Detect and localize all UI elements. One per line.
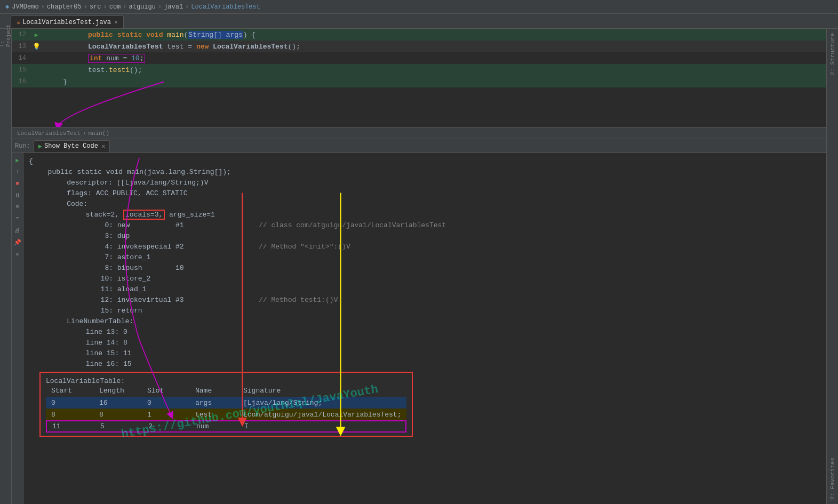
toolbar-pause-icon[interactable]: ⏸ bbox=[13, 190, 22, 200]
bottom-panel: Run: ▶ Show Byte Code ✕ ▶ ↑ ■ ⏸ ≡ = 🖨 bbox=[12, 139, 826, 504]
lvt-test-name: test bbox=[195, 411, 227, 419]
bc-line-lnt-13: line 13: 0 bbox=[29, 327, 821, 338]
toolbar-print-icon[interactable]: 🖨 bbox=[13, 226, 22, 235]
run-tab-label: Show Byte Code bbox=[44, 142, 98, 150]
right-sidebar: 2: Structure 2: Favorites bbox=[826, 29, 838, 504]
lvt-args-sig: [Ljava/lang/String; bbox=[243, 399, 377, 407]
bc-line-stack: stack=2, locals=3, args_size=1 bbox=[29, 210, 821, 220]
lvt-col-length: Length bbox=[99, 387, 131, 395]
lvt-num-name: num bbox=[196, 422, 228, 430]
warning-gutter-icon: 💡 bbox=[33, 43, 41, 51]
lvt-num-slot: 2 bbox=[148, 422, 180, 430]
lvt-args-length: 16 bbox=[99, 399, 131, 407]
toolbar-play-icon[interactable]: ▶ bbox=[13, 155, 22, 165]
editor-nav-class[interactable]: LocalVariablesTest bbox=[17, 130, 81, 137]
bc-line-method-sig: public static void main(java.lang.String… bbox=[29, 167, 821, 178]
sidebar-project-icon[interactable]: 1: Project bbox=[1, 31, 11, 41]
editor-tab-close[interactable]: ✕ bbox=[114, 19, 118, 26]
lvt-num-sig: I bbox=[244, 422, 378, 430]
lvt-args-start: 0 bbox=[51, 399, 83, 407]
lvt-test-length: 8 bbox=[99, 411, 131, 419]
bytecode-content[interactable]: https://github.com/youthlql/JavaYouth { … bbox=[23, 153, 826, 504]
lvt-test-slot: 1 bbox=[147, 411, 179, 419]
toolbar-rerun-icon[interactable]: ≡ bbox=[13, 202, 22, 212]
lvt-args-name: args bbox=[195, 399, 227, 407]
bc-line-8: 8: bipush 10 bbox=[29, 263, 821, 274]
bc-line-12: 12: invokevirtual #3 // Method test1:()V bbox=[29, 295, 821, 306]
breadcrumb-item-src[interactable]: src bbox=[90, 3, 101, 11]
right-tab-favorites[interactable]: 2: Favorites bbox=[828, 453, 837, 504]
breadcrumb-item-java1[interactable]: java1 bbox=[164, 3, 183, 11]
toolbar-pin-icon[interactable]: 📌 bbox=[13, 237, 22, 247]
lvt-col-sig: Signature bbox=[243, 387, 377, 395]
bc-line-descriptor: descriptor: ([Ljava/lang/String;)V bbox=[29, 178, 821, 188]
bc-line-7: 7: astore_1 bbox=[29, 252, 821, 263]
run-bar: Run: ▶ Show Byte Code ✕ bbox=[12, 139, 826, 153]
bc-line-15: 15: return bbox=[29, 306, 821, 316]
bc-line-11: 11: aload_1 bbox=[29, 284, 821, 295]
line-number-16: 16 bbox=[12, 78, 30, 85]
line-gutter-12[interactable]: ▶ bbox=[30, 31, 42, 38]
bc-line-10: 10: istore_2 bbox=[29, 274, 821, 284]
lvt-test-start: 8 bbox=[51, 411, 83, 419]
line-gutter-13[interactable]: 💡 bbox=[30, 43, 42, 51]
lvt-row-args: 0 16 0 args [Ljava/lang/String; bbox=[46, 397, 406, 409]
bc-line-lnt-14: line 14: 8 bbox=[29, 338, 821, 348]
breadcrumb-item-class[interactable]: LocalVariablesTest bbox=[191, 3, 260, 11]
lvt-args-slot: 0 bbox=[147, 399, 179, 407]
code-editor: 12 ▶ public static void main(String[] ar… bbox=[12, 29, 826, 127]
lvt-row-num: 11 5 2 num I bbox=[46, 420, 406, 433]
left-sidebar: 1: Project bbox=[0, 29, 12, 504]
bc-line-lnt-16: line 16: 15 bbox=[29, 359, 821, 370]
toolbar-format-icon[interactable]: = bbox=[13, 214, 22, 223]
toolbar-stop-icon[interactable]: ■ bbox=[13, 179, 22, 188]
bc-line-flags: flags: ACC_PUBLIC, ACC_STATIC bbox=[29, 188, 821, 199]
run-gutter-icon[interactable]: ▶ bbox=[35, 31, 38, 38]
breadcrumb-project-icon: ◆ bbox=[5, 3, 9, 11]
editor-nav-method[interactable]: main() bbox=[88, 130, 109, 137]
lvt-num-length: 5 bbox=[100, 422, 132, 430]
line-number-12: 12 bbox=[12, 31, 30, 38]
run-tab-close[interactable]: ✕ bbox=[101, 142, 105, 150]
line-number-15: 15 bbox=[12, 66, 30, 74]
editor-tab-label: LocalVariablesTest.java bbox=[22, 19, 111, 26]
editor-tab-localvariablestest[interactable]: ☕ LocalVariablesTest.java ✕ bbox=[11, 15, 124, 28]
bc-line-3: 3: dup bbox=[29, 231, 821, 242]
right-tab-structure[interactable]: 2: Structure bbox=[828, 29, 837, 79]
code-line-15: 15 test.test1(); bbox=[12, 64, 826, 76]
run-tab-play-icon: ▶ bbox=[38, 142, 42, 150]
lvt-section: LocalVariableTable: Start Length Slot Na… bbox=[39, 372, 413, 437]
breadcrumb-item-com[interactable]: com bbox=[109, 3, 121, 11]
main-layout: 1: Project 12 ▶ public static void main(… bbox=[0, 29, 838, 504]
line-number-13: 13 bbox=[12, 43, 30, 50]
code-line-16-content: } bbox=[42, 78, 826, 86]
lvt-header-row: Start Length Slot Name Signature bbox=[46, 387, 406, 395]
lvt-col-slot: Slot bbox=[147, 387, 179, 395]
lvt-num-start: 11 bbox=[52, 422, 84, 430]
bc-line-lnt-15: line 15: 11 bbox=[29, 348, 821, 359]
breadcrumb-item-chapter[interactable]: chapter05 bbox=[47, 3, 82, 11]
bc-line-lnt-header: LineNumberTable: bbox=[29, 316, 821, 327]
bc-line-code: Code: bbox=[29, 199, 821, 210]
show-bytecode-tab[interactable]: ▶ Show Byte Code ✕ bbox=[34, 140, 110, 152]
java-file-icon: ☕ bbox=[17, 18, 20, 26]
editor-tab-bar: ☕ LocalVariablesTest.java ✕ bbox=[0, 14, 838, 29]
bc-line-0: 0: new #1 // class com/atguigu/java1/Loc… bbox=[29, 220, 821, 231]
bc-line-4: 4: invokespecial #2 // Method "<init>":(… bbox=[29, 242, 821, 252]
bottom-inner: ▶ ↑ ■ ⏸ ≡ = 🖨 📌 ✕ https://github.com/you… bbox=[12, 153, 826, 504]
bc-line-open: { bbox=[29, 156, 821, 167]
toolbar-delete-icon[interactable]: ✕ bbox=[13, 249, 22, 259]
run-toolbar: ▶ ↑ ■ ⏸ ≡ = 🖨 📌 ✕ bbox=[12, 153, 23, 504]
run-label: Run: bbox=[15, 142, 30, 150]
lvt-row-test: 8 8 1 test Lcom/atguigu/java1/LocalVaria… bbox=[46, 409, 406, 420]
lvt-col-start: Start bbox=[51, 387, 83, 395]
breadcrumb-bar: ◆ JVMDemo › chapter05 › src › com › atgu… bbox=[0, 0, 838, 14]
lvt-test-sig: Lcom/atguigu/java1/LocalVariablesTest; bbox=[243, 411, 401, 419]
toolbar-up-icon[interactable]: ↑ bbox=[13, 167, 22, 177]
lvt-title: LocalVariableTable: bbox=[46, 376, 406, 387]
breadcrumb-item-jvmdemo[interactable]: JVMDemo bbox=[12, 3, 38, 11]
code-line-16: 16 } bbox=[12, 76, 826, 87]
content-area: 12 ▶ public static void main(String[] ar… bbox=[12, 29, 826, 504]
editor-nav: LocalVariablesTest › main() bbox=[12, 127, 826, 139]
breadcrumb-item-atguigu[interactable]: atguigu bbox=[129, 3, 156, 11]
